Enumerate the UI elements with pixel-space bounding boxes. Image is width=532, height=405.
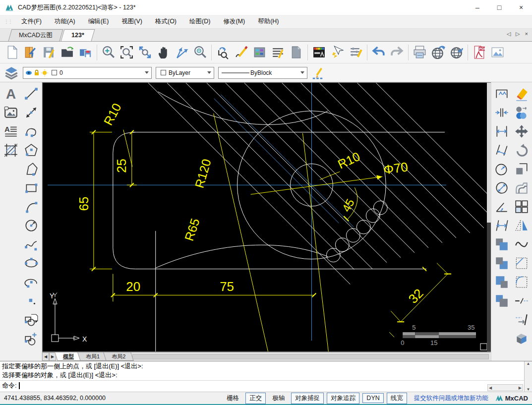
- pan-button[interactable]: [154, 43, 173, 62]
- toggle-lineweight[interactable]: 线宽: [387, 393, 407, 404]
- new-file-button[interactable]: [3, 43, 21, 62]
- scale-tool[interactable]: [512, 160, 531, 178]
- save-all-button[interactable]: [76, 43, 95, 62]
- offset-tool[interactable]: [512, 178, 531, 197]
- options-brush-button[interactable]: [347, 43, 365, 62]
- rectangle-tool[interactable]: [22, 178, 41, 197]
- dim-edit-tool[interactable]: [492, 216, 511, 235]
- layers-icon[interactable]: [4, 65, 19, 80]
- tab-layout1[interactable]: 布局1: [79, 352, 107, 361]
- layer-select[interactable]: 0: [23, 67, 152, 79]
- minimize-button[interactable]: –: [467, 0, 488, 15]
- sketch-button[interactable]: [232, 43, 250, 62]
- open-file-button[interactable]: [21, 43, 40, 62]
- text-tool[interactable]: A: [1, 84, 20, 103]
- canvas-horizontal-scrollbar[interactable]: [132, 354, 489, 359]
- point-tool[interactable]: [22, 291, 41, 310]
- extend-tool[interactable]: [512, 310, 531, 329]
- ellipse-arc-tool[interactable]: [22, 273, 41, 291]
- toggle-grid[interactable]: 栅格: [223, 393, 242, 404]
- insert-image-button[interactable]: [488, 43, 507, 62]
- scrollbar-thumb[interactable]: [487, 83, 491, 223]
- tab-scroll-left[interactable]: ◁: [507, 31, 511, 37]
- hatch-tool[interactable]: [1, 141, 20, 160]
- move-tool[interactable]: [512, 122, 531, 141]
- open-web-button[interactable]: [447, 43, 466, 62]
- zoom-window-button[interactable]: [118, 43, 136, 62]
- zoom-center-button[interactable]: [191, 43, 209, 62]
- menu-format[interactable]: 格式(O): [149, 15, 183, 28]
- command-window[interactable]: 指定要偏移的那一侧上的点，或 [退出(E)] <退出>: 选择要偏移的对象，或 …: [0, 361, 532, 392]
- draworder-back-tool[interactable]: [492, 254, 511, 273]
- mtext-tool[interactable]: A: [1, 122, 20, 141]
- draworder-above-tool[interactable]: [492, 273, 511, 291]
- polygon-tool[interactable]: [22, 141, 41, 160]
- draworder-below-tool[interactable]: [492, 291, 511, 310]
- menu-view[interactable]: 视图(V): [115, 15, 149, 28]
- erase-tool[interactable]: [512, 84, 531, 103]
- toggle-otrack[interactable]: 对象追踪: [327, 393, 359, 404]
- chamfer-tool[interactable]: [512, 254, 531, 273]
- select-filter-button[interactable]: [328, 43, 347, 62]
- tab-model[interactable]: 模型: [56, 352, 81, 361]
- draw-settings-button[interactable]: [310, 43, 328, 62]
- zoom-in-button[interactable]: [99, 43, 118, 62]
- color-palette-button[interactable]: [250, 43, 269, 62]
- construction-line-tool[interactable]: [22, 103, 41, 122]
- menu-modify[interactable]: 修改(M): [217, 15, 251, 28]
- doc-tab-cloud[interactable]: MxCAD云图: [10, 29, 61, 41]
- save-button[interactable]: [40, 43, 58, 62]
- break-tool[interactable]: [512, 291, 531, 310]
- menu-edit[interactable]: 编辑(E): [82, 15, 116, 28]
- print-button[interactable]: [411, 43, 429, 62]
- canvas-vertical-scrollbar[interactable]: [487, 83, 491, 351]
- dim-radius-tool[interactable]: [492, 160, 511, 178]
- dim-diameter-tool[interactable]: [492, 178, 511, 197]
- arc-tool[interactable]: [22, 197, 41, 216]
- drawing-canvas[interactable]: X: [43, 83, 487, 351]
- copy-tool[interactable]: [512, 103, 531, 122]
- text-style-button[interactable]: [269, 43, 287, 62]
- dim-angular-tool[interactable]: [492, 197, 511, 216]
- export-pdf-button[interactable]: PDF: [470, 43, 488, 62]
- scroll-up-icon[interactable]: ▲: [527, 361, 531, 366]
- create-block-tool[interactable]: [22, 329, 41, 348]
- quick-dim-tool[interactable]: [492, 84, 511, 103]
- publish-web-button[interactable]: [429, 43, 447, 62]
- fit-curve-tool[interactable]: [512, 235, 531, 254]
- fillet-tool[interactable]: [512, 273, 531, 291]
- linetype-pencil-icon[interactable]: [311, 66, 324, 79]
- undo-button[interactable]: [369, 43, 388, 62]
- redo-button[interactable]: [388, 43, 406, 62]
- menu-help[interactable]: 帮助(H): [251, 15, 285, 28]
- scroll-left-icon[interactable]: ◀: [489, 386, 492, 390]
- maximize-button[interactable]: □: [488, 0, 510, 15]
- scroll-down-icon[interactable]: ▼: [527, 387, 531, 392]
- close-button[interactable]: ×: [510, 0, 532, 15]
- command-scrollbar[interactable]: ▲▼: [524, 361, 532, 392]
- dim-linear-tool[interactable]: [492, 122, 511, 141]
- menu-draw[interactable]: 绘图(D): [183, 15, 217, 28]
- layout-scroll-left[interactable]: ◀: [42, 352, 49, 361]
- doc-tab-123[interactable]: 123*: [62, 29, 93, 41]
- box-3d-tool[interactable]: [512, 329, 531, 348]
- tab-layout2[interactable]: 布局2: [105, 352, 132, 361]
- page-setup-button[interactable]: [287, 43, 305, 62]
- zoom-previous-button[interactable]: [214, 43, 232, 62]
- array-tool[interactable]: [512, 197, 531, 216]
- color-select[interactable]: ByLayer: [156, 67, 214, 79]
- spline-tool[interactable]: [22, 235, 41, 254]
- draworder-front-tool[interactable]: [492, 235, 511, 254]
- polygon-irregular-tool[interactable]: [22, 160, 41, 178]
- ellipse-tool[interactable]: [22, 254, 41, 273]
- polyline-tool[interactable]: [22, 122, 41, 141]
- ucs-axes-button[interactable]: [173, 43, 191, 62]
- dim-continue-tool[interactable]: [492, 103, 511, 122]
- menu-function[interactable]: 功能(A): [48, 15, 82, 28]
- tab-close[interactable]: ×: [525, 31, 528, 37]
- line-tool[interactable]: [22, 84, 41, 103]
- mirror-tool[interactable]: [512, 216, 531, 235]
- circle-tool[interactable]: [22, 216, 41, 235]
- toggle-ortho[interactable]: 正交: [245, 393, 266, 404]
- rotate-tool[interactable]: [512, 141, 531, 160]
